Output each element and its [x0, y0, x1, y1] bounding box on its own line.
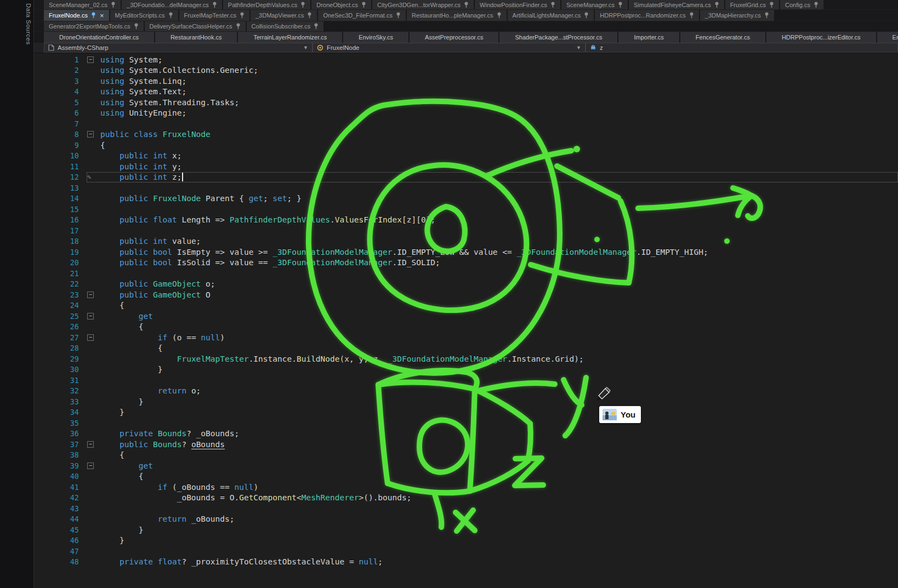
pin-icon[interactable] [236, 23, 241, 30]
editor-tab-fruxelgrid-cs[interactable]: FruxelGrid.cs [725, 0, 779, 9]
editor-tab-shaderpackage-stprocessor-cs[interactable]: ShaderPackage...stProcessor.cs [499, 32, 617, 43]
pin-icon[interactable] [714, 2, 719, 8]
editor-tab--3dmapviewer-cs[interactable]: _3DMapViewer.cs [251, 10, 317, 21]
member-dropdown[interactable]: z [586, 43, 898, 53]
editor-tab--3dmaphierarchy-cs[interactable]: _3DMapHierarchy.cs [700, 10, 774, 21]
code-line-2: 2using System.Collections.Generic; [34, 65, 898, 76]
pin-icon[interactable] [240, 12, 245, 19]
editor-tab-generator2exportmaptools-cs[interactable]: Generator2ExportMapTools.cs [44, 21, 144, 31]
editor-tab-simulatedfisheyecamera-cs[interactable]: SimulatedFisheyeCamera.cs [629, 0, 724, 9]
code-line-13: 13 [34, 182, 898, 193]
pin-icon[interactable] [550, 2, 555, 8]
editor-tab-windowpositionfinder-cs[interactable]: WindowPositionFinder.cs [475, 0, 560, 9]
fold-marker[interactable]: − [87, 441, 100, 448]
code-text: using System; [100, 55, 163, 64]
line-number: 22 [34, 279, 87, 288]
pin-icon[interactable] [134, 23, 139, 30]
code-line-30: 30 } [34, 364, 898, 375]
code-editor[interactable]: 1−using System;2using System.Collections… [34, 53, 898, 588]
fold-collapse-icon[interactable]: − [87, 334, 94, 341]
line-number: 45 [34, 526, 87, 534]
editor-tab-citygen3dgen-torwrapper-cs[interactable]: CityGen3DGen...torWrapper.cs [372, 0, 474, 9]
pin-icon[interactable] [618, 2, 623, 8]
editor-tab-onesec3d-fileformat-cs[interactable]: OneSec3D_FileFormat.cs [318, 10, 406, 21]
fold-collapse-icon[interactable]: − [87, 313, 94, 319]
editor-tab-fencesgenerator-cs[interactable]: FencesGenerator.cs [680, 32, 765, 43]
pin-icon[interactable] [689, 12, 694, 19]
fold-collapse-icon[interactable]: − [87, 292, 94, 298]
code-text: public GameObject O [100, 290, 211, 299]
code-text: get [100, 312, 153, 321]
editor-tab-myeditorscripts-cs[interactable]: MyEditorScripts.cs [110, 10, 178, 21]
editor-tab-restaurantho-plemanager-cs[interactable]: RestaurantHo...pleManager.cs [407, 10, 507, 21]
editor-tab-artificiallightsmanager-cs[interactable]: ArtificialLightsManager.cs [508, 10, 594, 21]
editor-tab-config-cs[interactable]: Config.cs [780, 0, 823, 9]
pin-icon[interactable] [497, 12, 502, 19]
editor-tab-scenemanager-cs[interactable]: SceneManager.cs [561, 0, 628, 9]
line-number: 7 [34, 119, 87, 128]
editor-tab-pathfinderdepthvalues-cs[interactable]: PathfinderDepthValues.cs [223, 0, 310, 9]
code-text: using System.Threading.Tasks; [100, 98, 239, 107]
editor-tab-assetpreprocessor-cs[interactable]: AssetPreprocessor.cs [410, 32, 498, 43]
tab-label: TerrainLayerRandomizer.cs [253, 34, 327, 41]
fold-collapse-icon[interactable]: − [87, 441, 94, 448]
pin-icon[interactable] [396, 12, 401, 19]
fold-marker[interactable]: − [87, 131, 100, 138]
code-line-11: 11 public int y; [34, 161, 898, 172]
line-number: 19 [34, 248, 87, 256]
editor-tab-fruxelnode-cs[interactable]: FruxelNode.cs× [44, 10, 109, 21]
editor-tab-terrainlayerrandomizer-cs[interactable]: TerrainLayerRandomizer.cs [238, 32, 342, 43]
pin-icon[interactable] [764, 12, 769, 19]
code-line-12: 12✎ public int z; [34, 172, 898, 183]
fold-collapse-icon[interactable]: − [87, 463, 94, 469]
pin-icon[interactable] [769, 2, 774, 8]
pin-icon[interactable] [168, 12, 173, 19]
fold-marker[interactable]: − [87, 334, 100, 341]
editor-tab-scenemanager-02-cs[interactable]: SceneManager_02.cs [44, 0, 121, 9]
fold-marker[interactable]: − [87, 292, 100, 298]
fold-marker[interactable]: − [87, 313, 100, 319]
pin-icon[interactable] [91, 12, 96, 19]
editor-tab-collisionsubscriber-cs[interactable]: CollisionSubscriber.cs [247, 21, 324, 31]
code-line-21: 21 [34, 268, 898, 279]
pin-icon[interactable] [814, 2, 819, 8]
code-line-3: 3using System.Linq; [34, 76, 898, 87]
fold-marker[interactable]: − [87, 56, 100, 63]
editor-tab-droneobject-cs[interactable]: DroneObject.cs [311, 0, 371, 9]
tab-label: Generator2ExportMapTools.cs [49, 23, 130, 30]
pin-icon[interactable] [212, 2, 217, 8]
pin-icon[interactable] [111, 2, 116, 8]
pin-icon[interactable] [361, 2, 366, 8]
type-dropdown[interactable]: FruxelNode ▼ [312, 43, 586, 53]
editor-tab-hdrppostproc-izereditor-cs[interactable]: HDRPPostproc...izerEditor.cs [766, 32, 876, 43]
fold-collapse-icon[interactable]: − [87, 131, 94, 138]
code-line-33: 33 } [34, 396, 898, 407]
pin-icon[interactable] [464, 2, 469, 8]
tab-label: SimulatedFisheyeCamera.cs [634, 2, 711, 8]
data-sources-panel-tab[interactable]: Data Sources [25, 3, 32, 45]
pin-icon[interactable] [307, 12, 312, 19]
code-text: public class FruxelNode [100, 130, 211, 139]
editor-tab-importer-cs[interactable]: Importer.cs [618, 32, 679, 43]
editor-tab-droneorientationcontroller-cs[interactable]: DroneOrientationController.cs [44, 32, 154, 43]
line-number: 30 [34, 365, 87, 374]
pin-icon[interactable] [300, 2, 305, 8]
editor-tab-hdrppostproc-randomizer-cs[interactable]: HDRPPostproc...Randomizer.cs [595, 10, 699, 21]
code-line-9: 9{ [34, 140, 898, 151]
editor-tab-restauranthook-cs[interactable]: RestaurantHook.cs [155, 32, 237, 43]
code-line-35: 35 [34, 418, 898, 429]
editor-tab--3dfoundatio-delmanager-cs[interactable]: _3DFoundatio...delManager.cs [122, 0, 222, 9]
fold-collapse-icon[interactable]: − [87, 56, 94, 63]
close-icon[interactable]: × [100, 12, 104, 19]
project-dropdown[interactable]: Assembly-CSharp ▼ [44, 43, 312, 53]
editor-tab-enviroskymgr-cs[interactable]: EnviroSkyMgr.cs [877, 32, 898, 43]
editor-tab-envirosky-cs[interactable]: EnviroSky.cs [343, 32, 408, 43]
line-number: 33 [34, 397, 87, 406]
fold-marker[interactable]: − [87, 463, 100, 469]
code-text: { [100, 141, 105, 150]
editor-tab-deliverysurfaceclasshelper-cs[interactable]: DeliverySurfaceClassHelper.cs [145, 21, 246, 31]
pin-icon[interactable] [314, 23, 319, 30]
pin-icon[interactable] [584, 12, 589, 19]
tab-row-2: FruxelNode.cs×MyEditorScripts.csFruxelMa… [34, 10, 898, 21]
editor-tab-fruxelmaptester-cs[interactable]: FruxelMapTester.cs [179, 10, 249, 21]
